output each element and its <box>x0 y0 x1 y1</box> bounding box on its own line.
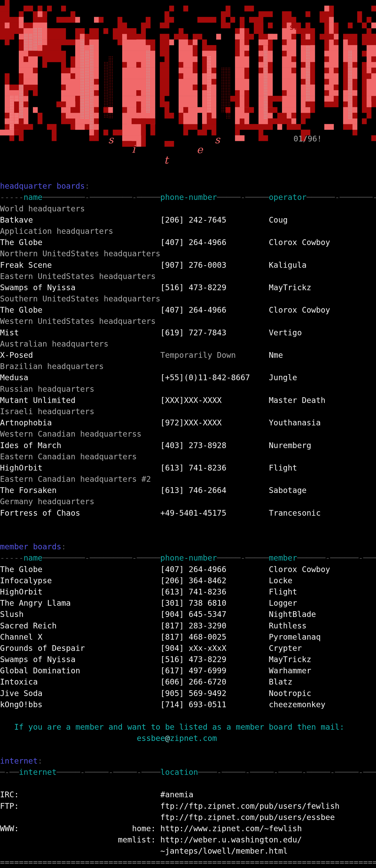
hq-board-row-seg: HighOrbit <box>0 463 160 472</box>
hq-board-row: Batkave [206] 242-7645 Coug <box>0 214 376 225</box>
member-title: member boards: <box>0 541 376 552</box>
internet-row: memlist: http://weber.u.washington.edu/ <box>0 834 376 845</box>
hq-board-row: Swamps of Nyissa [516] 473-8229 MayTrick… <box>0 282 376 293</box>
hq-category-row: Northern UnitedStates headquarters <box>0 248 376 259</box>
member-board-row-seg: Grounds of Despair <box>0 644 160 653</box>
member-table-rule-seg: ─────-───── <box>217 553 269 562</box>
hq-board-row: X-Posed Temporarily Down Nme <box>0 349 376 361</box>
hq-board-row-seg: [972]XXX-XXXX <box>160 418 269 427</box>
hq-board-row-seg: Batkave <box>0 215 160 224</box>
member-board-row-seg: HighOrbit <box>0 587 160 596</box>
hq-category-row-seg: Australian headquarters <box>0 339 108 348</box>
member-board-row-seg: cheezemonkey <box>269 700 326 709</box>
internet-row: ~janteps/lowell/member.html <box>0 845 376 857</box>
member-table-rule-seg: ----- <box>0 553 24 562</box>
hq-category-row-seg: Western Canadian headquarterss <box>0 429 142 438</box>
member-board-row-seg: Blatz <box>269 677 292 686</box>
internet-table-rule-seg: ─────-─────-─────-──── <box>57 768 160 777</box>
internet-title-seg: : <box>38 756 42 766</box>
hq-board-row-seg: Freak Scene <box>0 260 160 270</box>
hq-table-rule-seg: ─────────-─────────-───── <box>42 193 161 202</box>
hq-board-row-seg: [206] 242-7645 <box>160 215 269 224</box>
hq-board-row-seg: The Forsaken <box>0 486 160 495</box>
hq-category-row: Eastern Canadian headquarters <box>0 451 376 462</box>
spacer-line <box>0 519 376 530</box>
member-title-seg: member boards <box>0 542 61 551</box>
internet-row: ftp://ftp.zipnet.com/pub/users/essbee <box>0 812 376 823</box>
internet-title-seg: internet <box>0 756 38 766</box>
member-table-rule-seg: name <box>24 553 42 562</box>
member-board-row-seg: [904] 645-5347 <box>160 610 269 619</box>
internet-table-rule-seg: location <box>160 768 198 777</box>
hq-category-row-seg: World headquarters <box>0 204 85 213</box>
member-notice-line-seg: If you are a member and want to be liste… <box>0 722 344 732</box>
member-board-row-seg: Locke <box>269 576 292 585</box>
internet-row-seg: memlist: http://weber.u.washington.edu/ <box>0 835 302 844</box>
hq-board-row: Freak Scene [907] 276-0003 Kaligula <box>0 259 376 271</box>
hq-board-row-seg: [907] 276-0003 <box>160 260 269 270</box>
hq-board-row-seg: X-Posed <box>0 350 160 360</box>
hq-board-row-seg: Vertigo <box>269 328 302 337</box>
hq-board-row-seg: [619] 727-7843 <box>160 328 269 337</box>
hq-board-row-seg: Clorox Cowboy <box>269 238 330 247</box>
member-board-row-seg: Sacred Reich <box>0 621 160 630</box>
hq-table-rule-seg: ──────-───────- <box>307 193 376 202</box>
member-table-rule-seg: member <box>269 553 297 562</box>
hq-title-seg: headquarter boards <box>0 181 85 190</box>
member-board-row-seg: Slush <box>0 610 160 619</box>
hq-board-row-seg: [403] 273-8928 <box>160 441 269 450</box>
hq-board-row-seg: +49-5401-45175 <box>160 508 269 518</box>
hq-category-row: Eastern UnitedStates headquarters <box>0 271 376 282</box>
internet-table-rule-seg: internet <box>19 768 57 777</box>
hq-title-seg: : <box>85 181 90 190</box>
hq-board-row-seg: Temporarily Down <box>160 350 269 360</box>
hq-title: headquarter boards: <box>0 180 376 191</box>
hq-board-row-seg: Sabotage <box>269 486 307 495</box>
member-board-row-seg: [817] 283-3290 <box>160 621 269 630</box>
internet-table-rule-seg: ────-─────-─────-─────-─────-─────-─── <box>198 768 376 777</box>
hq-board-row-seg: Clorox Cowboy <box>269 305 330 314</box>
member-board-row-seg: [516] 473-8229 <box>160 655 269 664</box>
hq-category-row-seg: Russian headquarters <box>0 384 94 394</box>
terminal-text: headquarter boards:-----name─────────-──… <box>0 0 376 868</box>
hq-category-row: Russian headquarters <box>0 383 376 395</box>
hq-category-row: Germany headquarters <box>0 496 376 507</box>
hq-board-row-seg: Coug <box>269 215 288 224</box>
hq-board-row-seg: Ides of March <box>0 441 160 450</box>
hq-board-row-seg: Nme <box>269 350 283 360</box>
hq-category-row-seg: Southern UnitedStates headquarters <box>0 294 160 303</box>
hq-board-row: The Forsaken [613] 746-2664 Sabotage <box>0 485 376 496</box>
hq-board-row-seg: [613] 741-8236 <box>160 463 269 472</box>
hq-table-rule-seg: operator <box>269 193 307 202</box>
footer-rule-seg: ========================================… <box>0 858 376 867</box>
member-board-row: The Globe [407] 264-4966 Clorox Cowboy <box>0 564 376 575</box>
internet-row-seg: WWW: home: http://www.zipnet.com/~fewlis… <box>0 824 302 833</box>
member-board-row-seg: [206] 364-8462 <box>160 576 269 585</box>
hq-board-row-seg: Jungle <box>269 373 297 382</box>
hq-category-row: Western Canadian headquarterss <box>0 428 376 439</box>
internet-row-seg: ftp://ftp.zipnet.com/pub/users/essbee <box>0 813 335 822</box>
hq-category-row-seg: Israeli headquarters <box>0 407 94 416</box>
hq-board-row-seg: [613] 746-2664 <box>160 486 269 495</box>
member-board-row-seg: Crypter <box>269 644 302 653</box>
footer-rule: ========================================… <box>0 857 376 868</box>
member-board-row-seg: Global Domination <box>0 666 160 675</box>
hq-category-row-seg: Eastern Canadian headquarters <box>0 452 137 461</box>
hq-category-row-seg: Eastern Canadian headquarters #2 <box>0 474 151 484</box>
hq-category-row: Eastern Canadian headquarters #2 <box>0 473 376 485</box>
hq-board-row-seg: [407] 264-4966 <box>160 305 269 314</box>
hq-board-row-seg: Nuremberg <box>269 441 312 450</box>
hq-category-row-seg: Application headquarters <box>0 226 113 236</box>
member-table-rule-seg: ──────-──────-─── <box>297 553 376 562</box>
hq-board-row-seg: Mutant Unlimited <box>0 396 160 405</box>
hq-category-row: Application headquarters <box>0 225 376 237</box>
hq-table-rule-seg: ─────-───── <box>217 193 269 202</box>
hq-category-row-seg: Western UnitedStates headquarters <box>0 316 155 326</box>
contact-email-line-seg: @ <box>165 734 170 743</box>
hq-board-row-seg: Mist <box>0 328 160 337</box>
hq-board-row: Mist [619] 727-7843 Vertigo <box>0 327 376 338</box>
hq-board-row-seg: MayTrickz <box>269 283 312 292</box>
hq-board-row: Mutant Unlimited [XXX]XXX-XXXX Master De… <box>0 395 376 406</box>
member-board-row-seg: The Globe <box>0 565 160 574</box>
hq-board-row-seg: Kaligula <box>269 260 307 270</box>
